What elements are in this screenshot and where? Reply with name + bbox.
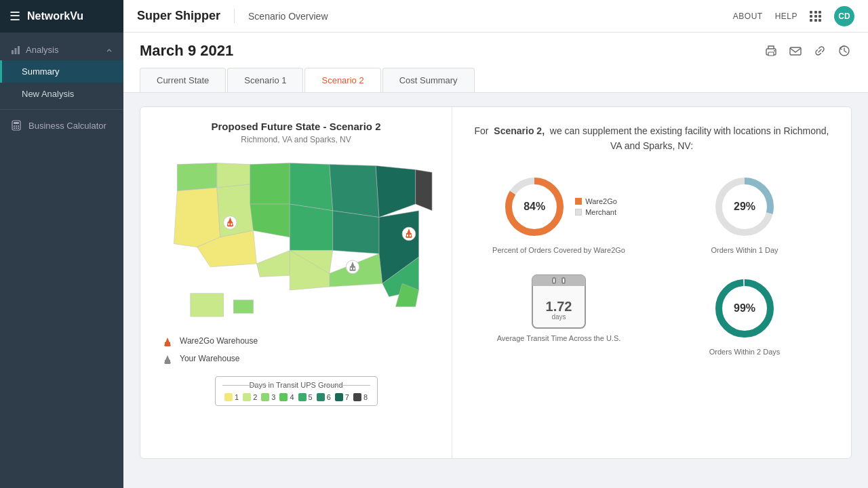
- svg-rect-2: [18, 46, 20, 54]
- tabs-bar: Current State Scenario 1 Scenario 2 Cost…: [140, 68, 852, 92]
- svg-rect-21: [228, 223, 229, 225]
- svg-rect-17: [233, 300, 253, 314]
- svg-rect-10: [18, 127, 19, 129]
- swatch-8: 8: [353, 393, 368, 401]
- stat-orders-1day: 29% Orders Within 1 Day: [658, 173, 831, 254]
- page-header-top: March 9 2021: [140, 42, 852, 60]
- stat-top-2: 29%: [711, 173, 778, 241]
- page-date: March 9 2021: [140, 42, 233, 60]
- svg-rect-12: [768, 52, 774, 56]
- svg-point-13: [774, 50, 775, 52]
- history-icon[interactable]: [837, 43, 852, 58]
- transit-legend-title: Days in Transit UPS Ground: [222, 381, 370, 389]
- desc-scenario: Scenario 2,: [494, 125, 545, 136]
- stat-avg-transit: 1.72 days Average Transit Time Across th…: [473, 274, 645, 356]
- your-warehouse-icon: [161, 352, 174, 365]
- swatch-5: 5: [298, 393, 313, 401]
- svg-rect-31: [351, 268, 352, 270]
- apps-grid-icon[interactable]: [810, 11, 822, 22]
- svg-rect-0: [12, 50, 14, 54]
- stats-grid: 84% Ware2Go: [473, 173, 831, 356]
- donut-orders-1day: 29%: [711, 173, 778, 241]
- legend-merchant: Merchant: [575, 208, 617, 216]
- swatch-6: 6: [317, 393, 331, 401]
- sidebar-item-business-calculator[interactable]: Business Calculator: [0, 114, 123, 137]
- help-button[interactable]: HELP: [775, 12, 797, 21]
- main-content-panel: Proposed Future State - Scenario 2 Richm…: [123, 93, 868, 488]
- sidebar-nav: Analysis Summary New Analysis B: [0, 33, 123, 144]
- legend-ware2go: Ware2Go: [575, 197, 617, 205]
- page-header: March 9 2021: [123, 33, 868, 93]
- stats-section: For Scenario 2, we can supplement the ex…: [452, 107, 851, 458]
- svg-rect-9: [16, 127, 17, 129]
- tab-scenario1[interactable]: Scenario 1: [227, 68, 303, 92]
- stat-top-4: 99%: [711, 274, 778, 342]
- ware2go-warehouse-label: Ware2Go Warehouse: [180, 336, 258, 346]
- swatch-1: 1: [224, 393, 239, 401]
- legend-row-ware2go: Ware2Go Warehouse: [161, 334, 431, 348]
- swatch-7: 7: [335, 393, 349, 401]
- content-area: March 9 2021: [123, 33, 868, 488]
- sidebar-item-label: Summary: [22, 66, 60, 77]
- svg-rect-22: [231, 223, 232, 225]
- calendar-header: [532, 275, 585, 286]
- user-avatar[interactable]: CD: [834, 6, 854, 26]
- stat-top-3: 1.72 days: [532, 274, 586, 329]
- desc-prefix: For: [475, 125, 489, 136]
- hamburger-menu[interactable]: ☰: [9, 9, 20, 24]
- sidebar-group-analysis[interactable]: Analysis: [0, 39, 123, 60]
- page-actions: [764, 43, 852, 58]
- calendar-icon: 1.72 days: [532, 274, 586, 329]
- email-icon[interactable]: [788, 43, 803, 58]
- tab-cost-summary[interactable]: Cost Summary: [382, 68, 475, 92]
- map-section: Proposed Future State - Scenario 2 Richm…: [140, 107, 452, 458]
- brand-logo: NetworkVu: [27, 10, 83, 22]
- stat-label-4: Orders Within 2 Days: [709, 348, 781, 356]
- svg-rect-32: [353, 268, 354, 270]
- transit-legend: Days in Transit UPS Ground 1 2: [215, 376, 378, 406]
- svg-rect-16: [190, 293, 223, 317]
- calendar-unit: days: [551, 313, 566, 321]
- donut-value-1: 84%: [524, 201, 545, 213]
- donut-orders-covered: 84%: [500, 173, 568, 241]
- donut-legend-1: Ware2Go Merchant: [575, 197, 617, 216]
- stat-label-2: Orders Within 1 Day: [711, 246, 778, 254]
- chart-icon: [11, 45, 20, 55]
- swatch-2: 2: [243, 393, 257, 401]
- your-warehouse-label: Your Warehouse: [180, 354, 240, 363]
- print-icon[interactable]: [764, 43, 778, 58]
- link-icon[interactable]: [812, 43, 827, 58]
- calculator-icon: [11, 120, 22, 131]
- svg-rect-8: [14, 127, 15, 129]
- swatch-4: 4: [279, 393, 294, 401]
- donut-orders-2day: 99%: [711, 274, 778, 342]
- scenario2-card: Proposed Future State - Scenario 2 Richm…: [140, 106, 852, 459]
- about-button[interactable]: ABOUT: [733, 12, 763, 21]
- topbar: Super Shipper Scenario Overview ABOUT HE…: [123, 0, 868, 33]
- tab-scenario2[interactable]: Scenario 2: [304, 68, 380, 92]
- svg-rect-1: [15, 48, 17, 54]
- sidebar-divider: [0, 109, 123, 110]
- tab-current-state[interactable]: Current State: [140, 68, 226, 92]
- donut-value-4: 99%: [734, 302, 755, 314]
- usa-map: [157, 151, 435, 326]
- svg-rect-14: [790, 47, 801, 55]
- project-name: Super Shipper: [137, 9, 235, 23]
- svg-rect-26: [407, 235, 408, 237]
- sidebar: ☰ NetworkVu Analysis Summary New Analysi…: [0, 0, 123, 488]
- topbar-actions: ABOUT HELP CD: [733, 6, 854, 26]
- business-calc-label: Business Calculator: [28, 121, 106, 131]
- svg-rect-7: [18, 125, 19, 127]
- stat-top-1: 84% Ware2Go: [500, 173, 617, 241]
- svg-rect-34: [165, 342, 170, 346]
- stat-label-3: Average Transit Time Across the U.S.: [497, 334, 621, 342]
- sidebar-item-summary[interactable]: Summary: [0, 60, 123, 83]
- swatch-3: 3: [261, 393, 275, 401]
- map-subtitle: Richmond, VA and Sparks, NV: [241, 135, 351, 144]
- map-legend: Ware2Go Warehouse Your Warehouse: [154, 334, 438, 369]
- transit-swatches: 1 2 3 4: [222, 393, 370, 401]
- sidebar-item-new-analysis[interactable]: New Analysis: [0, 83, 123, 105]
- svg-rect-27: [409, 235, 410, 237]
- desc-body: we can supplement the existing facility …: [550, 125, 829, 151]
- map-title: Proposed Future State - Scenario 2: [211, 121, 380, 132]
